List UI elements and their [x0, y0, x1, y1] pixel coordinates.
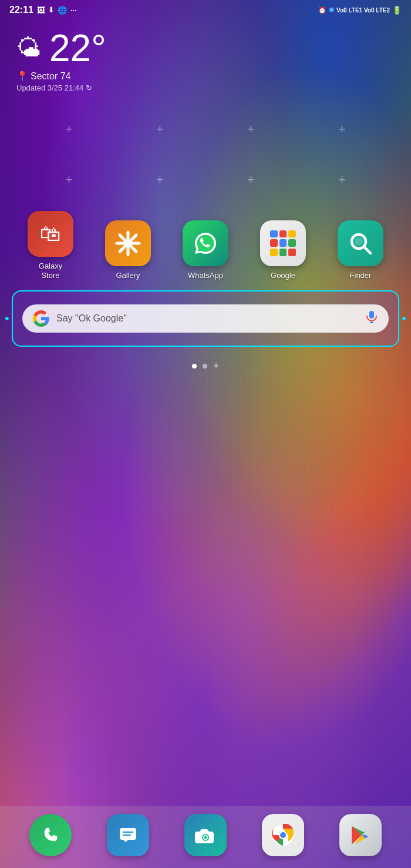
- app-row: 🛍 GalaxyStore Gallery: [0, 205, 411, 282]
- add-widget-cross-1: +: [65, 122, 73, 137]
- weather-main: 🌤 22°: [16, 29, 395, 67]
- galaxy-store-label: GalaxyStore: [39, 262, 62, 280]
- app-finder[interactable]: Finder: [331, 220, 390, 280]
- mic-icon[interactable]: [365, 310, 378, 327]
- svg-marker-14: [123, 840, 128, 842]
- svg-line-6: [364, 247, 370, 253]
- updated-text: Updated 3/25 21:44: [16, 83, 83, 92]
- battery-icon: 🔋: [392, 6, 402, 15]
- dock: [0, 806, 411, 868]
- app-gallery[interactable]: Gallery: [99, 220, 157, 280]
- google-grid-red: [279, 230, 287, 238]
- svg-point-21: [280, 832, 286, 838]
- gallery-icon-svg: [114, 230, 142, 257]
- dock-messages[interactable]: [107, 814, 149, 856]
- google-grid: [270, 230, 296, 256]
- camera-icon-svg: [195, 825, 216, 846]
- google-label: Google: [271, 271, 295, 280]
- google-search-bar[interactable]: Say "Ok Google": [22, 304, 389, 333]
- globe-icon: 🌐: [58, 6, 67, 15]
- add-widget-cross-8: +: [338, 172, 346, 187]
- add-widget-cross-4: +: [338, 122, 346, 137]
- download-icon: ⬇: [48, 6, 54, 14]
- widget-add-row-1: + + + +: [0, 104, 411, 155]
- google-grid-yellow-2: [270, 249, 278, 256]
- page-dot-1[interactable]: [192, 364, 197, 368]
- google-grid-red-3: [288, 249, 296, 256]
- gallery-icon: 🖼: [37, 6, 45, 15]
- app-galaxy-store[interactable]: 🛍 GalaxyStore: [21, 211, 80, 280]
- google-grid-blue-1: [270, 230, 278, 238]
- status-right: ⏰ ✱ Vo0 LTE1 Vo0 LTE2 🔋: [318, 6, 402, 15]
- weather-location: 📍 Sector 74: [16, 71, 395, 82]
- svg-point-17: [204, 836, 207, 839]
- more-icon: ···: [70, 6, 77, 15]
- location-text: Sector 74: [31, 71, 70, 82]
- add-widget-cross-3: +: [247, 122, 255, 137]
- google-g-logo: [33, 310, 49, 327]
- galaxy-store-icon-glyph: 🛍: [40, 222, 61, 246]
- dock-phone[interactable]: [29, 814, 72, 856]
- weather-temp: 22°: [49, 29, 106, 67]
- google-icon-wrapper: [260, 220, 306, 266]
- finder-label: Finder: [350, 271, 372, 280]
- page-dot-add[interactable]: +: [213, 361, 220, 371]
- search-placeholder-text: Say "Ok Google": [56, 313, 358, 324]
- app-google[interactable]: Google: [254, 220, 312, 280]
- add-widget-cross-6: +: [156, 172, 164, 187]
- whatsapp-icon-svg: [191, 229, 220, 257]
- status-left: 22:11 🖼 ⬇ 🌐 ···: [9, 5, 77, 15]
- svg-rect-8: [369, 311, 374, 319]
- google-search-widget-area: Say "Ok Google": [12, 290, 399, 347]
- play-store-icon-svg: [350, 825, 371, 846]
- messages-icon-svg: [117, 825, 139, 846]
- finder-icon-svg: [347, 230, 374, 257]
- add-widget-cross-7: +: [247, 172, 255, 187]
- dock-camera[interactable]: [184, 814, 227, 856]
- google-grid-yellow: [288, 230, 296, 238]
- status-bar: 22:11 🖼 ⬇ 🌐 ··· ⏰ ✱ Vo0 LTE1 Vo0 LTE2 🔋: [0, 0, 411, 18]
- phone-icon-svg: [41, 825, 60, 845]
- whatsapp-label: WhatsApp: [188, 271, 223, 280]
- add-widget-cross-5: +: [65, 172, 73, 187]
- galaxy-store-icon: 🛍: [28, 211, 73, 257]
- google-grid-blue-2: [279, 239, 287, 247]
- finder-icon-wrapper: [338, 220, 383, 266]
- app-whatsapp[interactable]: WhatsApp: [176, 220, 235, 280]
- google-grid-green: [288, 239, 296, 247]
- google-grid-green-2: [279, 249, 287, 256]
- svg-point-7: [355, 237, 363, 246]
- google-grid-red-2: [270, 239, 278, 247]
- time-display: 22:11: [9, 5, 33, 15]
- chrome-icon-svg: [272, 824, 294, 846]
- weather-widget: 🌤 22° 📍 Sector 74 Updated 3/25 21:44 ↻: [0, 18, 411, 104]
- svg-rect-11: [120, 828, 136, 840]
- dock-chrome[interactable]: [262, 814, 304, 856]
- bluetooth-icon: ✱: [329, 6, 334, 14]
- whatsapp-icon-wrapper: [183, 220, 228, 266]
- weather-updated: Updated 3/25 21:44 ↻: [16, 83, 395, 92]
- add-widget-cross-2: +: [156, 122, 164, 137]
- refresh-icon: ↻: [86, 83, 92, 92]
- weather-icon: 🌤: [16, 34, 41, 62]
- widget-add-row-2: + + + +: [0, 155, 411, 205]
- wifi-signal: Vo0 LTE1 Vo0 LTE2: [336, 7, 390, 14]
- dock-play-store[interactable]: [339, 814, 382, 856]
- gallery-label: Gallery: [116, 271, 140, 280]
- page-dots: +: [0, 355, 411, 375]
- page-dot-2[interactable]: [203, 364, 207, 368]
- gallery-icon-wrapper: [105, 220, 151, 266]
- location-pin-icon: 📍: [16, 71, 28, 82]
- alarm-icon: ⏰: [318, 6, 326, 14]
- microphone-svg: [365, 310, 378, 323]
